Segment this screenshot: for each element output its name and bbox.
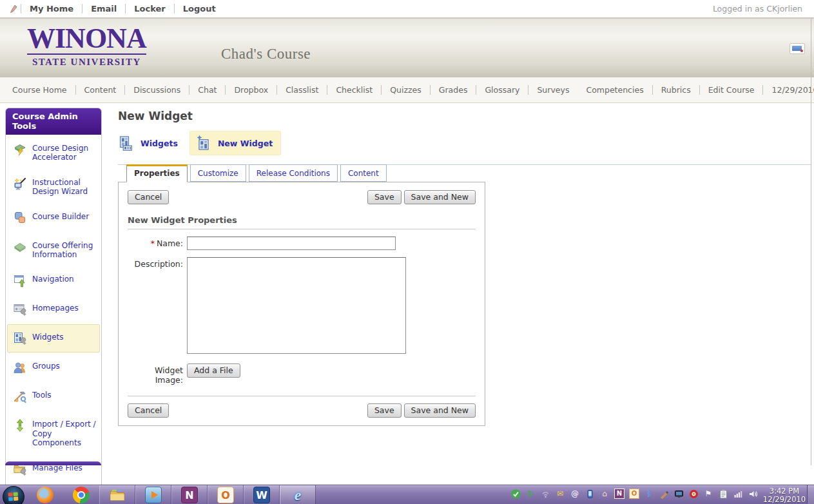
- action-center-flag-icon[interactable]: ⚑: [703, 489, 713, 499]
- logo-secondary-text: STATE UNIVERSITY: [27, 57, 146, 68]
- sidebar-item-label: Course Builder: [32, 210, 89, 221]
- sidebar-item-course-builder[interactable]: Course Builder: [7, 204, 100, 232]
- outlook-icon: O: [217, 487, 234, 503]
- start-button[interactable]: [0, 485, 27, 504]
- sidebar-item-instructional-design-wizard[interactable]: Instructional Design Wizard: [7, 170, 100, 203]
- bluetooth-icon[interactable]: ᛒ: [644, 489, 654, 499]
- nav-quizzes[interactable]: Quizzes: [381, 85, 430, 95]
- name-row: *Name:: [128, 237, 476, 250]
- volume-icon[interactable]: [748, 489, 758, 499]
- office-tray-icon[interactable]: O: [629, 489, 639, 499]
- sidebar-item-course-design-accelerator[interactable]: Course Design Accelerator: [7, 135, 100, 169]
- taskbar-internet-explorer-button[interactable]: e: [280, 485, 316, 504]
- course-title: Chad's Course: [221, 46, 311, 63]
- save-and-new-button[interactable]: Save and New: [404, 190, 476, 204]
- antivirus-check-icon[interactable]: [510, 489, 521, 499]
- nav-content[interactable]: Content: [75, 85, 125, 95]
- mail-icon[interactable]: ✉: [555, 489, 565, 499]
- sidebar-item-homepages[interactable]: Homepages: [7, 295, 100, 324]
- windows-taskbar: N O W e ↻ ✉ @ ⌂ N O ᛒ ⚑: [0, 485, 814, 504]
- tab-content[interactable]: Content: [340, 164, 387, 182]
- taskbar-media-player-button[interactable]: [135, 485, 171, 504]
- nav-surveys[interactable]: Surveys: [528, 85, 577, 95]
- logout-link[interactable]: Logout: [174, 4, 224, 14]
- clipboard-icon[interactable]: [718, 489, 728, 499]
- name-label: *Name:: [128, 237, 183, 250]
- save-and-new-button-bottom[interactable]: Save and New: [404, 403, 476, 418]
- show-desktop-button[interactable]: [807, 485, 814, 504]
- taskbar-firefox-button[interactable]: [27, 485, 63, 504]
- nav-classlist[interactable]: Classlist: [276, 85, 327, 95]
- sidebar-item-label: Course Design Accelerator: [32, 142, 96, 162]
- network-bars-icon[interactable]: [733, 489, 743, 499]
- system-tray: ↻ ✉ @ ⌂ N O ᛒ ⚑: [510, 485, 762, 504]
- logged-in-status: Logged in as CKjorlien: [713, 4, 808, 14]
- home-icon[interactable]: ⌂: [599, 489, 610, 499]
- sidebar-item-navigation[interactable]: Navigation: [7, 266, 100, 295]
- homepages-icon: [12, 302, 28, 317]
- wireless-icon[interactable]: [540, 489, 550, 499]
- clock-date: 12/29/2010: [762, 496, 807, 504]
- save-button-bottom[interactable]: Save: [367, 403, 402, 418]
- sidebar-item-label: Course Offering Information: [32, 239, 96, 260]
- chrome-icon: [73, 487, 90, 503]
- email-link[interactable]: Email: [82, 4, 125, 14]
- sidebar-item-label: Instructional Design Wizard: [32, 176, 96, 197]
- course-navbar: Course Home Content Discussions Chat Dro…: [0, 77, 814, 103]
- nav-rubrics[interactable]: Rubrics: [652, 85, 699, 95]
- nav-grades[interactable]: Grades: [430, 85, 476, 95]
- winona-logo[interactable]: WINONA STATE UNIVERSITY: [27, 24, 146, 68]
- nav-dropbox[interactable]: Dropbox: [225, 85, 276, 95]
- taskbar-explorer-button[interactable]: [99, 485, 135, 504]
- tab-release-conditions[interactable]: Release Conditions: [249, 164, 338, 182]
- onenote-clip-icon[interactable]: N: [614, 489, 625, 499]
- instructional-design-wizard-icon: [12, 176, 28, 191]
- taskbar-word-button[interactable]: W: [244, 485, 280, 504]
- tab-customize[interactable]: Customize: [190, 164, 246, 182]
- media-player-icon: [145, 487, 162, 503]
- sidebar-item-manage-files[interactable]: Manage Files: [7, 455, 100, 483]
- next-panel-header-stub: [5, 461, 101, 465]
- save-button[interactable]: Save: [367, 190, 402, 204]
- trail-widgets-link[interactable]: Widgets: [118, 135, 178, 151]
- nav-glossary[interactable]: Glossary: [476, 85, 528, 95]
- sidebar-item-tools[interactable]: Tools: [7, 382, 100, 411]
- cancel-button-bottom[interactable]: Cancel: [128, 403, 169, 418]
- sidebar-item-widgets[interactable]: Widgets: [7, 324, 100, 353]
- widget-image-label: Widget Image:: [128, 363, 183, 385]
- nav-checklist[interactable]: Checklist: [327, 85, 381, 95]
- locker-link[interactable]: Locker: [125, 4, 173, 14]
- nav-discussions[interactable]: Discussions: [124, 85, 189, 95]
- sidebar-item-label: Navigation: [32, 273, 74, 284]
- nav-course-home[interactable]: Course Home: [4, 85, 75, 95]
- sync-icon[interactable]: ↻: [525, 489, 536, 499]
- sidebar-item-course-offering-information[interactable]: Course Offering Information: [7, 233, 100, 266]
- logo-primary-text: WINONA: [27, 24, 146, 55]
- form-divider: [128, 396, 476, 396]
- launcher-icon[interactable]: [688, 489, 699, 499]
- name-input[interactable]: [187, 237, 396, 250]
- description-textarea[interactable]: [187, 257, 406, 354]
- my-home-link[interactable]: My Home: [21, 4, 82, 14]
- sidebar-item-groups[interactable]: Groups: [7, 353, 100, 382]
- pen-input-icon[interactable]: [659, 489, 669, 499]
- taskbar-chrome-button[interactable]: [63, 485, 99, 504]
- navigation-icon: [12, 273, 28, 288]
- section-heading: New Widget Properties: [128, 215, 476, 229]
- sidebar-item-import-export-copy[interactable]: Import / Export / Copy Components: [7, 411, 100, 454]
- nav-edit-course[interactable]: Edit Course: [699, 85, 763, 95]
- add-a-file-button[interactable]: Add a File: [187, 363, 240, 378]
- display-icon[interactable]: [673, 489, 684, 499]
- tools-icon: [12, 389, 28, 404]
- at-icon[interactable]: @: [570, 489, 580, 499]
- cancel-button[interactable]: Cancel: [128, 190, 169, 204]
- tab-properties[interactable]: Properties: [126, 164, 188, 182]
- nav-chat[interactable]: Chat: [189, 85, 225, 95]
- nav-competencies[interactable]: Competencies: [577, 85, 652, 95]
- taskbar-outlook-button[interactable]: O: [208, 485, 244, 504]
- taskbar-clock[interactable]: 3:42 PM 12/29/2010: [762, 485, 807, 504]
- minimize-navbar-icon[interactable]: [790, 43, 805, 54]
- taskbar-onenote-button[interactable]: N: [171, 485, 208, 504]
- page-body: Course Admin Tools Course Design Acceler…: [0, 103, 814, 465]
- phone-icon[interactable]: [585, 489, 595, 499]
